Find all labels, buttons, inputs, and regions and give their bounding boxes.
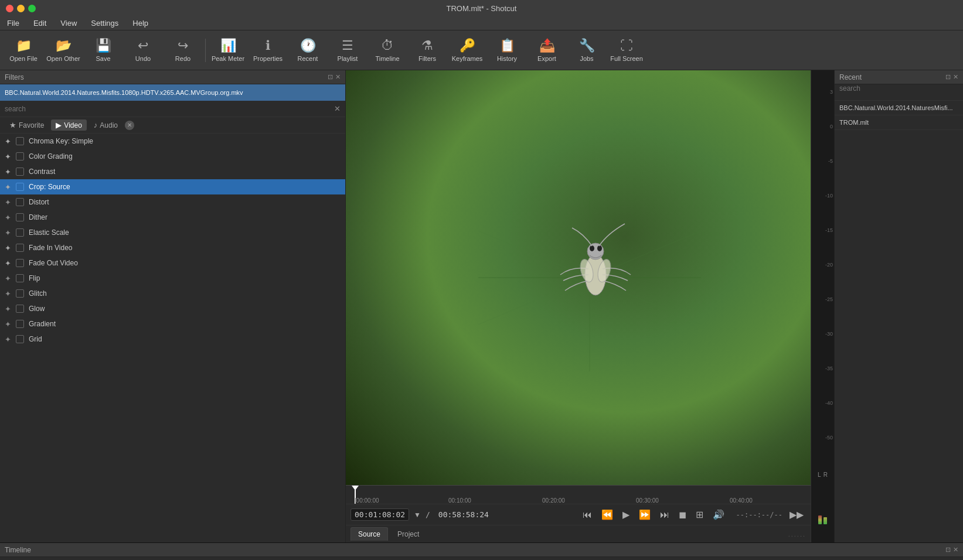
filter-check-grid[interactable]	[16, 335, 24, 343]
save-label: Save	[96, 55, 110, 62]
filter-search-icon[interactable]: ✕	[334, 104, 341, 113]
redo-label: Redo	[175, 55, 190, 62]
recent-item-bbc[interactable]: BBC.Natural.World.2014.NaturesMisfi...	[835, 101, 963, 115]
maximize-button[interactable]	[28, 5, 36, 12]
recent-label: Recent	[298, 55, 318, 62]
filter-check-crop[interactable]	[16, 183, 24, 191]
transport-extra[interactable]: ▶▶	[787, 508, 806, 521]
filter-item-color-grading[interactable]: ✦ Color Grading	[0, 149, 345, 164]
filter-check-elastic[interactable]	[16, 228, 24, 237]
recent-item-trom[interactable]: TROM.mlt	[835, 115, 963, 130]
minimize-button[interactable]	[17, 5, 25, 12]
tab-source[interactable]: Source	[351, 527, 388, 541]
tab-favorite[interactable]: ★ Favorite	[5, 119, 49, 131]
tab-audio[interactable]: ♪ Audio	[89, 119, 122, 131]
playlist-button[interactable]: ☰ Playlist	[329, 33, 366, 68]
filter-check-glow[interactable]	[16, 305, 24, 313]
filter-check-contrast[interactable]	[16, 168, 24, 176]
preview-timeline-ruler[interactable]: |00:00:00 00:10:00 00:20:00 00:30:00 00:…	[346, 485, 811, 504]
filters-icon: ⚗	[421, 38, 433, 53]
recent-search-input[interactable]	[839, 84, 958, 93]
filter-item-grid[interactable]: ✦ Grid	[0, 332, 345, 347]
filter-item-dither[interactable]: ✦ Dither	[0, 210, 345, 225]
meter-bar-r	[824, 517, 827, 524]
transport-prev-frame[interactable]: ⏪	[599, 508, 615, 521]
filters-panel-controls: ⊡ ✕	[328, 73, 341, 81]
filter-item-glow[interactable]: ✦ Glow	[0, 301, 345, 316]
filter-check-color[interactable]	[16, 152, 24, 161]
undo-button[interactable]: ↩ Undo	[124, 33, 162, 68]
playlist-icon: ☰	[342, 38, 353, 53]
filter-item-distort[interactable]: ✦ Distort	[0, 194, 345, 210]
properties-icon: ℹ	[266, 38, 270, 53]
close-button[interactable]	[6, 5, 13, 12]
history-button[interactable]: 📋 History	[488, 33, 526, 68]
recent-button[interactable]: 🕐 Recent	[289, 33, 326, 68]
filter-name-color: Color Grading	[29, 152, 73, 161]
filter-item-elastic[interactable]: ✦ Elastic Scale	[0, 225, 345, 240]
transport-stop[interactable]: ◼	[676, 508, 689, 521]
filter-item-glitch[interactable]: ✦ Glitch	[0, 286, 345, 301]
timecode-duration: 00:58:58:24	[435, 509, 492, 520]
menu-edit[interactable]: Edit	[31, 18, 49, 29]
filter-check-fade-in[interactable]	[16, 244, 24, 252]
filter-search-input[interactable]	[5, 105, 334, 113]
filter-item-fade-out[interactable]: ✦ Fade Out Video	[0, 255, 345, 271]
meter--50: -50	[812, 435, 833, 441]
transport-skip-start[interactable]: ⏮	[580, 508, 594, 521]
peak-meter-button[interactable]: 📊 Peak Meter	[209, 33, 247, 68]
filter-item-fade-in[interactable]: ✦ Fade In Video	[0, 240, 345, 255]
redo-button[interactable]: ↪ Redo	[164, 33, 202, 68]
filter-star-fade-in: ✦	[5, 244, 11, 252]
tab-project[interactable]: Project	[390, 528, 426, 541]
filter-item-gradient[interactable]: ✦ Gradient	[0, 316, 345, 332]
filters-float-icon[interactable]: ⊡	[328, 73, 333, 81]
save-button[interactable]: 💾 Save	[84, 33, 122, 68]
filter-star-fade-out: ✦	[5, 259, 11, 268]
export-button[interactable]: 📤 Export	[528, 33, 566, 68]
menu-help[interactable]: Help	[130, 18, 151, 29]
menu-settings[interactable]: Settings	[89, 18, 121, 29]
tab-video[interactable]: ▶ Video	[51, 119, 86, 131]
open-file-button[interactable]: 📁 Open File	[5, 33, 42, 68]
transport-play[interactable]: ▶	[620, 508, 632, 521]
filter-check-flip[interactable]	[16, 274, 24, 282]
filter-check-dither[interactable]	[16, 213, 24, 221]
timecode-current[interactable]: 00:01:08:02	[351, 508, 409, 521]
keyframes-button[interactable]: 🔑 Keyframes	[448, 33, 486, 68]
open-file-label: Open File	[9, 55, 38, 62]
properties-button[interactable]: ℹ Properties	[249, 33, 287, 68]
menu-file[interactable]: File	[5, 18, 22, 29]
filter-star-gradient: ✦	[5, 320, 11, 329]
timeline-float-icon[interactable]: ⊡	[945, 546, 951, 554]
history-icon: 📋	[499, 38, 515, 53]
jobs-button[interactable]: 🔧 Jobs	[568, 33, 605, 68]
transport-grid[interactable]: ⊞	[693, 508, 706, 521]
filter-check-fade-out[interactable]	[16, 259, 24, 267]
transport-skip-end[interactable]: ⏭	[658, 508, 672, 521]
filter-item-contrast[interactable]: ✦ Contrast	[0, 164, 345, 179]
recent-close-icon[interactable]: ✕	[953, 73, 958, 81]
tab-audio-label: Audio	[100, 121, 118, 129]
timeline-close-icon[interactable]: ✕	[953, 546, 958, 554]
full-screen-button[interactable]: ⛶ Full Screen	[608, 33, 645, 68]
filter-item-crop-source[interactable]: ✦ Crop: Source	[0, 179, 345, 194]
filters-button[interactable]: ⚗ Filters	[409, 33, 446, 68]
filter-check-glitch[interactable]	[16, 289, 24, 298]
transport-next-frame[interactable]: ⏩	[637, 508, 653, 521]
meter--40: -40	[812, 400, 833, 406]
open-other-button[interactable]: 📂 Open Other	[45, 33, 82, 68]
recent-float-icon[interactable]: ⊡	[945, 73, 951, 81]
filter-tab-clear[interactable]: ✕	[125, 121, 134, 130]
filters-close-icon[interactable]: ✕	[335, 73, 341, 81]
filter-check-gradient[interactable]	[16, 320, 24, 328]
menu-view[interactable]: View	[58, 18, 79, 29]
recent-search-bar	[835, 84, 963, 101]
filter-item-flip[interactable]: ✦ Flip	[0, 271, 345, 286]
filter-check-distort[interactable]	[16, 198, 24, 206]
filter-check-chroma[interactable]	[16, 137, 24, 145]
timeline-button[interactable]: ⏱ Timeline	[369, 33, 406, 68]
video-preview[interactable]	[346, 70, 811, 485]
transport-volume[interactable]: 🔊	[710, 508, 727, 521]
filter-item-chroma-key[interactable]: ✦ Chroma Key: Simple	[0, 134, 345, 149]
